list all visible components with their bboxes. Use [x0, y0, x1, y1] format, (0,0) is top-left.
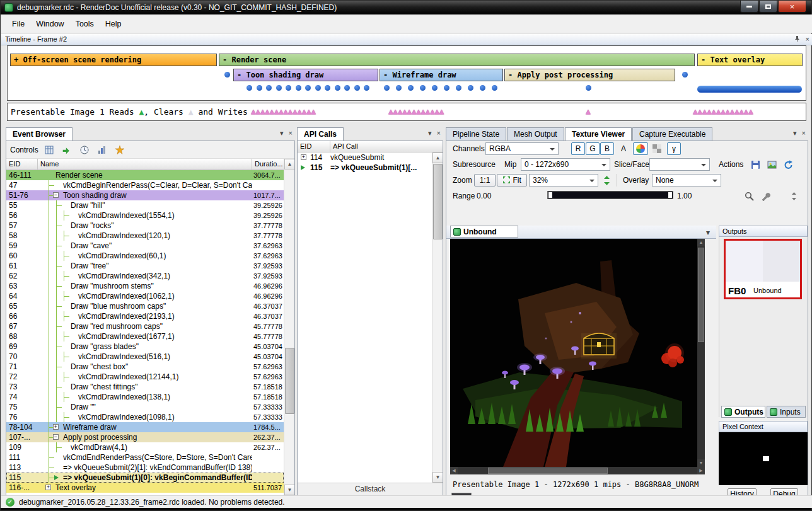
tab-api-calls[interactable]: API Calls [297, 127, 344, 141]
drawcall-dot[interactable] [246, 85, 252, 91]
slice-face-select[interactable] [649, 158, 710, 171]
drawcall-dot[interactable] [335, 85, 340, 91]
event-row[interactable]: 56vkCmdDrawIndexed(1554,1)39.25926 [6, 210, 284, 221]
expand-icon[interactable]: + [301, 154, 306, 160]
scroll-up-icon[interactable]: ▲ [432, 152, 443, 163]
column-duration[interactable]: Duratio... [252, 159, 284, 169]
channel-g-button[interactable]: G [586, 142, 600, 155]
event-row[interactable]: 62vkCmdDrawIndexed(342,1)37.92593 [6, 271, 284, 281]
drawcall-dot[interactable] [456, 85, 461, 91]
timeline-bar-offscreen[interactable]: + Off-screen scene rendering [10, 54, 217, 66]
write-triangles[interactable]: ▲ [586, 106, 590, 116]
scroll-up-icon[interactable]: ▲ [697, 239, 705, 246]
titlebar[interactable]: debugmarker.rdc - RenderDoc Unofficial r… [1, 1, 811, 14]
event-row[interactable]: 113=> vkQueueSubmit(2)[1]: vkEndCommandB… [6, 462, 284, 473]
tv-close-icon[interactable]: × [802, 129, 806, 137]
drawcall-dot[interactable] [276, 85, 282, 91]
callstack-label[interactable]: Callstack [298, 483, 443, 495]
time-draws-button[interactable] [78, 143, 91, 157]
drawcall-dot[interactable] [384, 85, 390, 91]
event-row[interactable]: 60vkCmdDrawIndexed(60,1)37.62963 [6, 251, 284, 261]
drawcall-dot[interactable] [586, 85, 591, 91]
scroll-right-icon[interactable]: ▶ [697, 467, 705, 474]
texture-vscrollbar[interactable]: ▲ ▼ [697, 239, 705, 467]
event-row[interactable]: 71Draw "chest box"57.62963 [6, 362, 284, 372]
tab-event-browser[interactable]: Event Browser [6, 127, 72, 141]
event-row[interactable]: 72vkCmdDrawIndexed(12144,1)57.62963 [6, 372, 284, 382]
autofit-range-button[interactable] [758, 190, 773, 202]
zoom-range-button[interactable] [741, 190, 757, 202]
flip-y-button[interactable] [600, 174, 613, 187]
column-api-call[interactable]: API Call [330, 141, 443, 152]
event-row[interactable]: 57Draw "rocks"37.77778 [6, 221, 284, 231]
event-row[interactable]: 46-111Render scene3064.7... [6, 170, 284, 180]
drawcall-dot[interactable] [286, 85, 291, 91]
api-call-row[interactable]: 115=> vkQueueSubmit(1)[... [298, 163, 432, 173]
zoom-1to1-button[interactable]: 1:1 [474, 174, 496, 187]
zoom-select[interactable]: 32% [529, 174, 598, 187]
texture-hscrollbar[interactable]: ◀ ▶ [450, 467, 705, 474]
column-eid[interactable]: EID [6, 159, 38, 169]
timeline-bar-text-overlay[interactable]: - Text overlay [697, 54, 803, 66]
event-row[interactable]: 70vkCmdDrawIndexed(516,1)45.03704 [6, 352, 284, 362]
fit-button[interactable]: Fit [497, 174, 527, 187]
fb0-thumbnail[interactable]: FB0 Unbound [724, 239, 802, 299]
tab-outputs[interactable]: Outputs [721, 406, 765, 418]
texture-view[interactable]: ▲ ▼ [450, 239, 705, 467]
collapse-icon[interactable]: − [53, 192, 59, 198]
tab-texture-viewer[interactable]: Texture Viewer [565, 127, 632, 141]
event-row[interactable]: 75Draw ""57.33333 [6, 402, 284, 412]
drawcall-dot[interactable] [344, 85, 350, 91]
tab-unbound[interactable]: Unbound [450, 226, 518, 238]
close-button[interactable]: × [778, 1, 806, 13]
tab-pipeline-state[interactable]: Pipeline State [446, 127, 506, 141]
event-row[interactable]: 115=> vkQueueSubmit(1)[0]: vkBeginComman… [6, 473, 284, 483]
drawcall-dot[interactable] [396, 85, 402, 91]
scroll-up-icon[interactable]: ▲ [284, 159, 295, 169]
expand-icon[interactable]: + [53, 424, 59, 430]
save-button[interactable] [748, 158, 763, 171]
channel-b-button[interactable]: B [600, 142, 614, 155]
overlay-select[interactable]: None [652, 174, 721, 187]
scroll-down-icon[interactable]: ▼ [697, 459, 705, 467]
event-browser-scrollbar[interactable]: ▲ ▼ [284, 159, 294, 495]
timeline-text-overlay-draws-bar[interactable] [697, 86, 802, 93]
options-button[interactable] [113, 143, 127, 157]
export-button[interactable] [60, 143, 74, 157]
event-row[interactable]: 66vkCmdDrawIndexed(2193,1)46.37037 [6, 311, 284, 321]
drawcall-dot[interactable] [468, 85, 473, 91]
write-triangles[interactable]: ▲▲▲▲▲▲▲▲▲▲▲▲▲ [693, 106, 753, 116]
preview-tab-menu-icon[interactable]: ▾ [706, 228, 710, 237]
scroll-left-icon[interactable]: ◀ [450, 467, 458, 474]
event-browser-menu-icon[interactable]: ▾ [280, 129, 284, 137]
timeline-bar-postproc[interactable]: - Apply post processing [504, 69, 675, 81]
clear-triangle[interactable]: ▲ [188, 107, 194, 117]
range-min-handle[interactable] [548, 192, 552, 198]
channel-r-button[interactable]: R [571, 142, 585, 155]
open-image-button[interactable] [764, 158, 779, 171]
colorwheel-button[interactable] [633, 142, 648, 155]
column-eid[interactable]: EID [298, 141, 330, 152]
drawcall-dot[interactable] [420, 85, 426, 91]
timeline-canvas[interactable]: + Off-screen scene rendering - Render sc… [7, 45, 806, 101]
scroll-down-icon[interactable]: ▼ [432, 472, 443, 483]
event-row[interactable]: 67Draw "red mushroom caps"45.77778 [6, 321, 284, 331]
api-calls-close-icon[interactable]: × [437, 129, 441, 137]
event-row[interactable]: 61Draw "tree"37.92593 [6, 261, 284, 271]
event-row[interactable]: 55Draw "hill"39.25926 [6, 200, 284, 210]
drawcall-dot[interactable] [682, 72, 688, 78]
event-row[interactable]: 109vkCmdDraw(4,1)262.37... [6, 442, 284, 452]
timeline-bar-toon[interactable]: - Toon shading draw [233, 69, 378, 81]
tab-mesh-output[interactable]: Mesh Output [507, 127, 564, 141]
timeline-bar-wireframe[interactable]: - Wireframe draw [380, 69, 503, 81]
pixel-context-view[interactable] [719, 432, 808, 485]
event-row[interactable]: 63Draw "mushroom stems"46.96296 [6, 281, 284, 291]
range-max-handle[interactable] [668, 192, 672, 198]
range-options-button[interactable] [788, 190, 799, 202]
event-row[interactable]: 47vkCmdBeginRenderPass(C=Clear, D=Clear,… [6, 180, 284, 190]
range-slider[interactable] [547, 191, 673, 199]
drawcall-dot[interactable] [444, 85, 450, 91]
event-row[interactable]: 76vkCmdDrawIndexed(1098,1)57.33333 [6, 412, 284, 422]
event-row[interactable]: 64vkCmdDrawIndexed(1062,1)46.96296 [6, 291, 284, 301]
drawcall-dot[interactable] [364, 85, 369, 91]
